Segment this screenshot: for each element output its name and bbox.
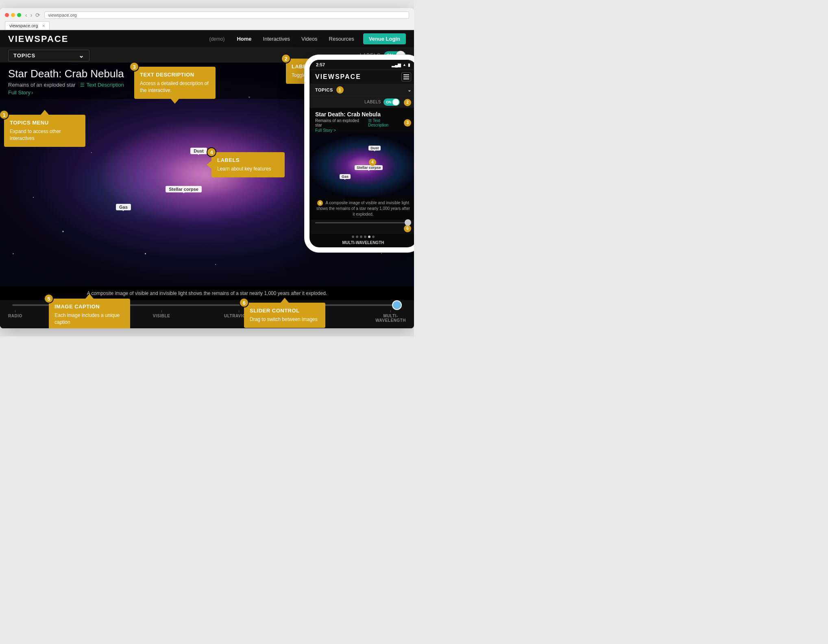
topics-menu[interactable]: TOPICS ⌄	[8, 50, 89, 61]
callout-body-textdesc: Access a detailed description of the int…	[140, 80, 210, 94]
phone-dot-1[interactable]	[352, 236, 354, 238]
phone-labels-text: LABELS	[364, 100, 381, 104]
phone-badge-1: 1	[336, 86, 344, 94]
slider-tick-multi: MULTI-WAVELENGTH	[375, 310, 406, 323]
nav-home[interactable]: Home	[231, 30, 257, 48]
browser-chrome: ‹ › ⟳ viewspace.org viewspace.org ✕	[0, 8, 414, 30]
phone-list-icon: ☰	[368, 118, 372, 123]
callout-number-1: 1	[0, 110, 9, 120]
phone-toggle-label: ON	[386, 100, 392, 104]
phone-labels-row: LABELS ON 2	[309, 96, 414, 108]
phone-nav: VIEWSPACE	[309, 70, 414, 84]
phone-badge-5-inline: 5	[317, 200, 323, 206]
phone-title-area: Star Death: Crab Nebula Remains of an ex…	[309, 108, 414, 133]
nav-resources[interactable]: Resources	[323, 30, 360, 48]
callout-arrow-labels	[207, 161, 211, 169]
phone-badge-4: 4	[369, 159, 376, 166]
callout-body-topics: Expand to access other interactives	[10, 128, 80, 142]
callout-arrow-caption	[85, 294, 94, 299]
battery-icon: ▮	[408, 63, 410, 67]
callout-slider-control: 6 SLIDER CONTROL Drag to switch between …	[244, 303, 325, 328]
callout-topics-menu: 1 TOPICS MENU Expand to access other int…	[4, 115, 85, 147]
phone-status-bar: 2:57 ▂▄▆ ▲ ▮	[309, 60, 414, 70]
phone-slider-thumb[interactable]	[405, 219, 411, 226]
slider-label-multi: MULTI-WAVELENGTH	[375, 314, 406, 323]
nav-interactives[interactable]: Interactives	[257, 30, 296, 48]
callout-labels: 4 LABELS Learn about key features	[211, 152, 285, 177]
wifi-icon: ▲	[403, 63, 406, 67]
venue-login-button[interactable]: Venue Login	[363, 33, 406, 44]
callout-body-caption: Each image includes a unique caption	[54, 312, 124, 326]
callout-title-labels: LABELS	[217, 157, 279, 163]
slider-tick-visible: VISIBLE	[153, 310, 170, 323]
slider-tick-radio: RADIO	[8, 310, 22, 323]
maximize-dot	[17, 13, 21, 17]
phone-badge-6: 6	[404, 225, 411, 232]
slider-label-radio: RADIO	[8, 314, 22, 318]
callout-text-description: 3 TEXT DESCRIPTION Access a detailed des…	[134, 67, 216, 99]
tab-close-button[interactable]: ✕	[42, 24, 45, 28]
phone-slider-area: 6	[309, 220, 414, 234]
callout-number-5: 5	[44, 294, 54, 303]
app-logo: VIEWSPACE	[8, 34, 68, 44]
callout-title-textdesc: TEXT DESCRIPTION	[140, 72, 210, 78]
phone-text-desc-link[interactable]: ☰ Text Description	[368, 118, 401, 127]
gas-label[interactable]: Gas	[116, 204, 131, 210]
nav-videos[interactable]: Videos	[296, 30, 323, 48]
phone-dot-3[interactable]	[360, 236, 362, 238]
dust-label[interactable]: Dust	[190, 148, 207, 154]
slider-label-visible: VISIBLE	[153, 314, 170, 318]
top-nav: VIEWSPACE (demo) Home Interactives Video…	[0, 30, 414, 48]
phone-image-area: Dust Stellar corpse Gas 4	[309, 133, 414, 198]
phone-topics-menu[interactable]: TOPICS 1 ⌄	[309, 84, 414, 96]
topics-chevron-icon: ⌄	[78, 52, 84, 59]
address-bar[interactable]: viewspace.org	[44, 11, 409, 19]
text-description-link[interactable]: ☰ Text Description	[80, 82, 124, 88]
phone-dot-4[interactable]	[364, 236, 366, 238]
nav-links: Home Interactives Videos Resources Venue…	[231, 30, 406, 48]
close-dot	[5, 13, 9, 17]
list-icon: ☰	[80, 82, 85, 88]
browser-window: ‹ › ⟳ viewspace.org viewspace.org ✕ VIEW…	[0, 8, 414, 328]
signal-icon: ▂▄▆	[392, 63, 401, 67]
remains-text: Remains of an exploded star	[8, 82, 75, 88]
phone-caption: 5 A composite image of visible and invis…	[309, 198, 414, 220]
phone-logo: VIEWSPACE	[315, 73, 361, 81]
hamburger-menu[interactable]	[401, 72, 411, 81]
phone-dot-6[interactable]	[372, 236, 375, 238]
forward-button[interactable]: ›	[30, 12, 33, 18]
callout-title-slider: SLIDER CONTROL	[250, 308, 320, 314]
phone-dots	[309, 234, 414, 240]
callout-number-4: 4	[207, 147, 216, 157]
phone-stellar-corpse-label[interactable]: Stellar corpse	[355, 165, 383, 170]
phone-screen: 2:57 ▂▄▆ ▲ ▮ VIEWSPACE	[309, 60, 414, 247]
phone-status-icons: ▂▄▆ ▲ ▮	[392, 63, 410, 67]
phone-slider-track[interactable]	[315, 222, 411, 223]
phone-page-title: Star Death: Crab Nebula	[315, 111, 411, 118]
refresh-button[interactable]: ⟳	[35, 12, 41, 18]
callout-arrow-topics	[41, 110, 49, 115]
callout-body-slider: Drag to switch between images	[250, 316, 320, 323]
phone-subtitle: Remains of an exploded star ☰ Text Descr…	[315, 118, 411, 127]
phone-dot-5-active[interactable]	[368, 236, 370, 238]
callout-arrow-textdesc	[171, 99, 179, 104]
callout-image-caption: 5 IMAGE CAPTION Each image includes a un…	[49, 299, 130, 328]
slider-thumb[interactable]	[392, 300, 402, 310]
callout-body-labels: Learn about key features	[217, 166, 279, 172]
callout-number-2: 2	[281, 54, 291, 63]
phone-gas-label[interactable]: Gas	[340, 174, 351, 179]
phone-badge-2: 2	[404, 99, 411, 106]
app-container: VIEWSPACE (demo) Home Interactives Video…	[0, 30, 414, 328]
browser-tab[interactable]: viewspace.org ✕	[5, 21, 50, 30]
stellar-corpse-label[interactable]: Stellar corpse	[166, 186, 202, 192]
callout-title-topics: TOPICS MENU	[10, 120, 80, 126]
phone-labels-toggle[interactable]: ON	[383, 98, 400, 106]
callout-arrow-slider	[281, 298, 289, 303]
callout-number-3: 3	[129, 62, 139, 72]
callout-number-6: 6	[239, 298, 249, 308]
phone-dot-2[interactable]	[356, 236, 358, 238]
phone-full-story-link[interactable]: Full Story >	[315, 128, 411, 133]
phone-dust-label[interactable]: Dust	[368, 146, 381, 151]
phone-remains-text: Remains of an exploded star	[315, 118, 366, 127]
back-button[interactable]: ‹	[24, 12, 28, 18]
